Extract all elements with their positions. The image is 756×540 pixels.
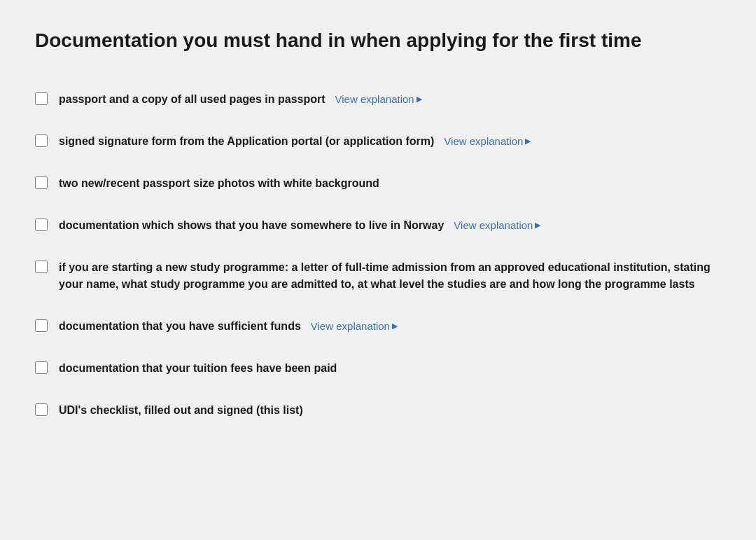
item-text-8: UDI's checklist, filled out and signed (…: [59, 402, 303, 419]
view-explanation-link-4[interactable]: View explanation▶: [454, 219, 540, 231]
view-explanation-link-2[interactable]: View explanation▶: [444, 135, 531, 147]
checkbox-7[interactable]: [35, 361, 48, 377]
checkbox-input-6[interactable]: [35, 319, 48, 332]
checkbox-input-5[interactable]: [35, 261, 48, 273]
checkbox-input-3[interactable]: [35, 176, 48, 189]
checkbox-input-2[interactable]: [35, 134, 48, 147]
checkbox-1[interactable]: [35, 92, 48, 108]
item-text-1: passport and a copy of all used pages in…: [59, 91, 326, 108]
view-explanation-link-6[interactable]: View explanation▶: [311, 320, 398, 332]
list-item: documentation which shows that you have …: [35, 205, 721, 247]
view-explanation-arrow-1: ▶: [416, 95, 422, 104]
item-text-2: signed signature form from the Applicati…: [59, 133, 434, 150]
view-explanation-link-1[interactable]: View explanation▶: [335, 93, 422, 105]
view-explanation-text-1: View explanation: [335, 93, 414, 105]
checkbox-6[interactable]: [35, 319, 48, 335]
list-item: passport and a copy of all used pages in…: [35, 78, 721, 120]
list-item: documentation that your tuition fees hav…: [35, 347, 721, 389]
list-item: signed signature form from the Applicati…: [35, 120, 721, 162]
checkbox-3[interactable]: [35, 176, 48, 192]
view-explanation-text-6: View explanation: [311, 320, 390, 332]
item-text-4: documentation which shows that you have …: [59, 217, 444, 234]
item-text-3: two new/recent passport size photos with…: [59, 175, 379, 192]
item-text-7: documentation that your tuition fees hav…: [59, 360, 337, 377]
item-text-5: if you are starting a new study programm…: [59, 259, 721, 293]
checkbox-2[interactable]: [35, 134, 48, 150]
checkbox-5[interactable]: [35, 261, 48, 276]
page-title: Documentation you must hand in when appl…: [35, 28, 721, 53]
item-text-6: documentation that you have sufficient f…: [59, 318, 301, 335]
view-explanation-arrow-2: ▶: [525, 137, 531, 146]
checkbox-input-4[interactable]: [35, 219, 48, 231]
checkbox-input-1[interactable]: [35, 92, 48, 105]
checkbox-4[interactable]: [35, 219, 48, 234]
list-item: if you are starting a new study programm…: [35, 247, 721, 305]
list-item: documentation that you have sufficient f…: [35, 305, 721, 347]
view-explanation-text-4: View explanation: [454, 219, 533, 231]
checkbox-input-7[interactable]: [35, 361, 48, 374]
view-explanation-text-2: View explanation: [444, 135, 523, 147]
list-item: two new/recent passport size photos with…: [35, 162, 721, 205]
checkbox-8[interactable]: [35, 403, 48, 419]
list-item: UDI's checklist, filled out and signed (…: [35, 389, 721, 431]
checklist: passport and a copy of all used pages in…: [35, 78, 721, 431]
view-explanation-arrow-4: ▶: [535, 221, 540, 230]
checkbox-input-8[interactable]: [35, 403, 48, 416]
view-explanation-arrow-6: ▶: [392, 321, 398, 331]
